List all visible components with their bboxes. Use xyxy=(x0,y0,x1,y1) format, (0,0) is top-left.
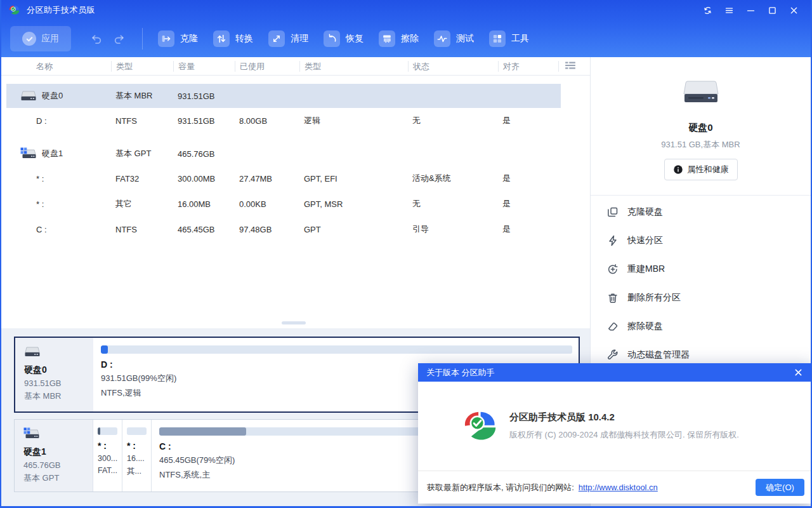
table-rows: 硬盘0 基本 MBR 931.51GB D : NTFS xyxy=(1,76,590,242)
disk-style: 基本 GPT xyxy=(23,472,93,484)
refresh-icon[interactable] xyxy=(697,1,718,19)
website-link[interactable]: http://www.disktool.cn xyxy=(579,483,658,492)
clean-icon xyxy=(268,30,285,47)
row-name: D : xyxy=(36,116,47,126)
tool-label: 清理 xyxy=(291,33,308,44)
dialog-title: 关于版本 分区助手 xyxy=(426,367,495,378)
test-icon xyxy=(434,30,450,47)
toolbar-clone-button[interactable]: 克隆 xyxy=(158,30,198,47)
product-version: 分区助手技术员版 10.4.2 xyxy=(509,411,739,424)
toolbar-recover-button[interactable]: 恢复 xyxy=(324,30,363,47)
table-row-disk1[interactable]: 硬盘1 基本 GPT 465.76GB xyxy=(6,142,561,166)
row-type2: 逻辑 xyxy=(299,115,408,126)
toolbar: 应用 克隆 转换 xyxy=(1,20,811,57)
footer-text: 获取最新的程序版本, 请访问我们的网站: xyxy=(427,482,574,493)
row-type2: GPT, MSR xyxy=(299,199,408,209)
sidebar-menu: 克隆硬盘 快速分区 重建MBR xyxy=(591,196,811,369)
disk-name: 硬盘0 xyxy=(24,364,93,376)
dynamic-disk-manager-icon xyxy=(606,349,619,361)
copyright-text: 版权所有 (C) 2009-2024 成都傲梅科技有限公司. 保留所有版权. xyxy=(509,429,739,441)
quick-partition-icon xyxy=(606,234,619,247)
undo-redo-group xyxy=(88,30,128,47)
column-header-status[interactable]: 状态 xyxy=(408,61,498,72)
tool-label: 擦除 xyxy=(401,33,419,44)
column-header-used[interactable]: 已使用 xyxy=(235,61,299,72)
table-row-partition-c[interactable]: C : NTFS 465.45GB 97.48GB GPT 引导 是 xyxy=(6,217,561,242)
properties-health-label: 属性和健康 xyxy=(688,164,729,175)
column-header-aligned[interactable]: 对齐 xyxy=(498,61,558,72)
apply-button[interactable]: 应用 xyxy=(10,26,71,51)
redo-icon[interactable] xyxy=(112,30,128,47)
close-icon[interactable] xyxy=(783,1,804,19)
menu-icon[interactable] xyxy=(718,1,740,19)
dialog-close-icon[interactable] xyxy=(791,366,805,380)
app-logo-icon xyxy=(9,5,20,15)
row-type: NTFS xyxy=(111,116,173,126)
hdd-icon xyxy=(24,345,41,358)
tool-label: 测试 xyxy=(456,33,474,44)
table-row-disk0[interactable]: 硬盘0 基本 MBR 931.51GB xyxy=(6,84,561,108)
sidebar-item-rebuild-mbr[interactable]: 重建MBR xyxy=(591,255,811,283)
sidebar-item-label: 删除所有分区 xyxy=(627,292,681,304)
toolbar-tools-button[interactable]: 工具 xyxy=(489,30,529,47)
selected-disk-meta: 931.51 GB,基本 MBR xyxy=(591,139,811,150)
toolbar-convert-button[interactable]: 转换 xyxy=(213,30,253,47)
wipe-disk-icon xyxy=(606,320,619,333)
sidebar-item-delete-all-partitions[interactable]: 删除所有分区 xyxy=(591,283,811,312)
sidebar-item-label: 克隆硬盘 xyxy=(627,206,663,218)
row-type: 其它 xyxy=(111,198,173,210)
column-header-name[interactable]: 名称 xyxy=(6,61,111,72)
sidebar-item-clone-disk[interactable]: 克隆硬盘 xyxy=(591,197,811,226)
hdd-icon xyxy=(20,90,37,102)
rebuild-mbr-icon xyxy=(606,263,619,276)
dialog-footer: 获取最新的程序版本, 请访问我们的网站: http://www.disktool… xyxy=(418,471,812,504)
ok-button[interactable]: 确定(O) xyxy=(756,479,804,496)
column-settings xyxy=(558,61,590,72)
partition-block-msr[interactable]: * : 16.... 其... xyxy=(122,420,151,491)
row-type: 基本 MBR xyxy=(111,90,173,102)
erase-icon xyxy=(379,30,395,47)
row-aligned: 是 xyxy=(498,173,558,184)
row-name: * : xyxy=(36,174,44,184)
undo-icon[interactable] xyxy=(88,30,104,47)
table-row-partition-efi[interactable]: * : FAT32 300.00MB 27.47MB GPT, EFI 活动&系… xyxy=(6,166,561,191)
partition-fs: FAT... xyxy=(98,466,119,475)
row-capacity: 465.76GB xyxy=(173,149,235,159)
partition-fs: 其... xyxy=(127,466,148,477)
table-row-partition-msr[interactable]: * : 其它 16.00MB 0.00KB GPT, MSR 无 是 xyxy=(6,191,561,217)
sidebar-item-quick-partition[interactable]: 快速分区 xyxy=(591,226,811,255)
maximize-icon[interactable] xyxy=(761,1,783,19)
window-title: 分区助手技术员版 xyxy=(27,4,95,16)
toolbar-clean-button[interactable]: 清理 xyxy=(268,30,308,47)
row-capacity: 465.45GB xyxy=(173,225,235,234)
table-row-partition-d[interactable]: D : NTFS 931.51GB 8.00GB 逻辑 无 是 xyxy=(6,108,561,133)
usage-bar xyxy=(101,345,572,354)
toolbar-erase-button[interactable]: 擦除 xyxy=(379,30,419,47)
toolbar-test-button[interactable]: 测试 xyxy=(434,30,474,47)
disk-name: 硬盘1 xyxy=(23,446,93,458)
row-used: 97.48GB xyxy=(235,225,299,234)
sidebar-item-label: 快速分区 xyxy=(627,235,663,246)
row-type2: GPT xyxy=(299,225,408,234)
sidebar-item-wipe-disk[interactable]: 擦除硬盘 xyxy=(591,312,811,340)
panel-splitter[interactable] xyxy=(1,321,590,326)
table-header: 名称 类型 容量 已使用 类型 状态 对齐 xyxy=(1,57,590,76)
column-header-type2[interactable]: 类型 xyxy=(299,61,408,72)
column-header-type[interactable]: 类型 xyxy=(111,61,173,72)
column-header-capacity[interactable]: 容量 xyxy=(173,61,235,72)
row-status: 无 xyxy=(408,115,498,126)
product-logo-icon xyxy=(463,411,499,442)
tool-label: 转换 xyxy=(235,33,253,44)
minimize-icon[interactable] xyxy=(740,1,761,19)
partition-block-efi[interactable]: * : 300... FAT... xyxy=(93,420,122,491)
column-settings-icon[interactable] xyxy=(565,61,576,70)
disk1-info: 硬盘1 465.76GB 基本 GPT xyxy=(15,420,93,491)
titlebar: 分区助手技术员版 xyxy=(1,0,811,20)
row-name: 硬盘1 xyxy=(42,148,63,159)
dialog-titlebar: 关于版本 分区助手 xyxy=(418,363,812,382)
properties-health-button[interactable]: 属性和健康 xyxy=(664,159,738,180)
partition-size: 300... xyxy=(98,454,119,463)
convert-icon xyxy=(213,30,230,47)
row-type: NTFS xyxy=(111,225,173,234)
row-used: 27.47MB xyxy=(235,174,299,184)
